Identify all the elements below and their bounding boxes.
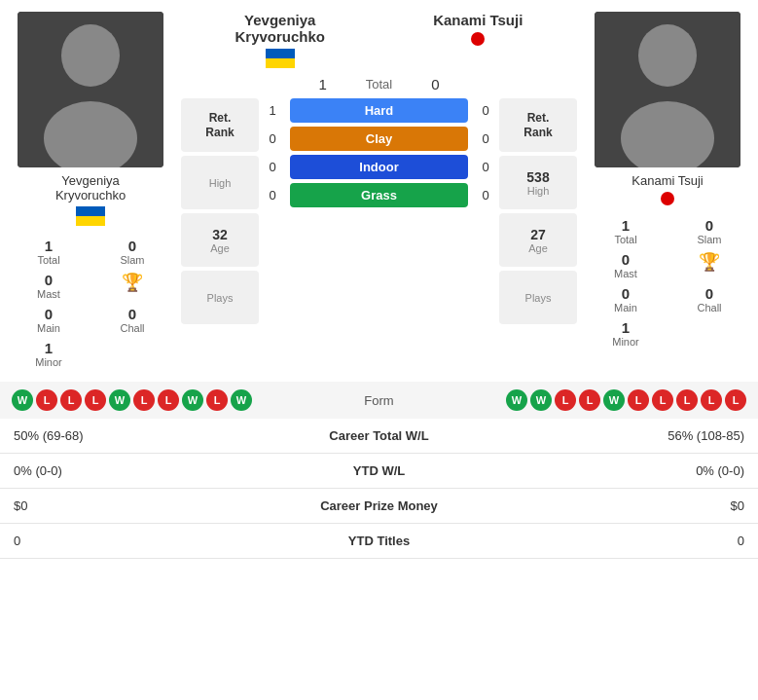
form-badge-l: L bbox=[652, 389, 673, 411]
form-badge-l: L bbox=[60, 389, 82, 411]
prize-label: Career Prize Money bbox=[224, 489, 534, 524]
player2-high-box: 538 High bbox=[499, 156, 577, 209]
player1-header: Yevgeniya Kryvoruchko bbox=[181, 12, 379, 68]
player2-mast: 0 Mast bbox=[585, 249, 667, 281]
total-left: 1 bbox=[318, 76, 326, 92]
player2-rank-box: Ret.Rank bbox=[499, 98, 577, 152]
ytd-titles-row: 0 YTD Titles 0 bbox=[0, 524, 758, 559]
player1-prize: $0 bbox=[0, 489, 224, 524]
player1-total: 1 Total bbox=[8, 236, 90, 268]
surface-row-hard: 1 Hard 0 bbox=[263, 98, 495, 123]
player2-form: WWLLWLLLLL bbox=[432, 389, 747, 411]
form-badge-w: W bbox=[231, 389, 252, 411]
form-badge-l: L bbox=[133, 389, 155, 411]
middle-area: Yevgeniya Kryvoruchko Kanami Tsuji bbox=[181, 12, 577, 370]
form-label: Form bbox=[331, 393, 428, 408]
form-badge-l: L bbox=[628, 389, 649, 411]
form-badge-w: W bbox=[182, 389, 203, 411]
player2-name: Kanami Tsuji bbox=[632, 173, 703, 188]
form-badge-w: W bbox=[603, 389, 625, 411]
svg-point-4 bbox=[638, 24, 697, 87]
ytd-wl-label: YTD W/L bbox=[224, 454, 534, 489]
player2-plays-box: Plays bbox=[499, 271, 577, 324]
stats-table: 50% (69-68) Career Total W/L 56% (108-85… bbox=[0, 419, 758, 559]
player2-header: Kanami Tsuji bbox=[379, 12, 578, 46]
player2-avatar bbox=[595, 12, 740, 167]
player1-flag bbox=[76, 206, 105, 226]
player2-main: 0 Main bbox=[585, 283, 667, 315]
player1-ytd-wl: 0% (0-0) bbox=[0, 454, 224, 489]
player1-plays-box: Plays bbox=[181, 271, 259, 324]
surface-and-panels: Ret.Rank High 32 Age Plays bbox=[181, 98, 577, 324]
surface-clay-btn[interactable]: Clay bbox=[290, 127, 468, 151]
player1-age-box: 32 Age bbox=[181, 213, 259, 267]
player2-total: 1 Total bbox=[585, 215, 667, 247]
form-badge-l: L bbox=[701, 389, 722, 411]
form-badge-l: L bbox=[555, 389, 576, 411]
player1-header-name: Yevgeniya Kryvoruchko bbox=[181, 12, 379, 45]
player2-ytd-titles: 0 bbox=[534, 524, 758, 559]
form-badge-l: L bbox=[158, 389, 179, 411]
surface-col: 1 Hard 0 0 Clay 0 0 Indoor 0 bbox=[263, 98, 495, 324]
prize-row: $0 Career Prize Money $0 bbox=[0, 489, 758, 524]
player1-card: Yevgeniya Kryvoruchko 1 Total 0 Slam bbox=[8, 12, 173, 370]
player1-stats: 1 Total 0 Slam 0 Mast 🏆 0 Main bbox=[8, 236, 173, 370]
player1-rank-box: Ret.Rank bbox=[181, 98, 259, 152]
total-right: 0 bbox=[431, 76, 439, 92]
player2-card: Kanami Tsuji 1 Total 0 Slam 0 Mast 🏆 bbox=[585, 12, 750, 370]
svg-point-1 bbox=[61, 24, 120, 87]
player2-ytd-wl: 0% (0-0) bbox=[534, 454, 758, 489]
top-section: Yevgeniya Kryvoruchko 1 Total 0 Slam bbox=[0, 0, 758, 382]
player1-name: Yevgeniya Kryvoruchko bbox=[55, 173, 126, 203]
form-badge-l: L bbox=[85, 389, 106, 411]
form-badge-l: L bbox=[206, 389, 228, 411]
player-names-row: Yevgeniya Kryvoruchko Kanami Tsuji bbox=[181, 12, 577, 68]
form-badge-l: L bbox=[676, 389, 698, 411]
form-badge-l: L bbox=[725, 389, 746, 411]
player2-age-box: 27 Age bbox=[499, 213, 577, 267]
player1-flag-center bbox=[266, 49, 295, 68]
player1-career-wl: 50% (69-68) bbox=[0, 419, 224, 454]
ytd-wl-row: 0% (0-0) YTD W/L 0% (0-0) bbox=[0, 454, 758, 489]
surface-hard-btn[interactable]: Hard bbox=[290, 98, 468, 123]
ytd-titles-label: YTD Titles bbox=[224, 524, 534, 559]
player2-minor: 1 Minor bbox=[585, 317, 667, 350]
player1-mast: 0 Mast bbox=[8, 270, 90, 302]
player1-form: WLLLWLLWLW bbox=[12, 389, 327, 411]
form-badge-l: L bbox=[579, 389, 600, 411]
form-badge-w: W bbox=[530, 389, 552, 411]
surface-grass-btn[interactable]: Grass bbox=[290, 183, 468, 207]
form-badge-l: L bbox=[36, 389, 57, 411]
player2-header-name: Kanami Tsuji bbox=[379, 12, 578, 28]
total-row: 1 Total 0 bbox=[181, 76, 577, 92]
player1-slam: 0 Slam bbox=[91, 236, 173, 268]
player1-trophy: 🏆 bbox=[91, 270, 173, 302]
player2-trophy: 🏆 bbox=[668, 249, 750, 281]
player1-info-panel: Ret.Rank High 32 Age Plays bbox=[181, 98, 259, 324]
player1-main: 0 Main bbox=[8, 304, 90, 336]
form-badge-w: W bbox=[109, 389, 130, 411]
player2-career-wl: 56% (108-85) bbox=[534, 419, 758, 454]
player1-minor: 1 Minor bbox=[8, 338, 90, 370]
form-section: WLLLWLLWLW Form WWLLWLLLLL bbox=[0, 382, 758, 419]
player2-stats: 1 Total 0 Slam 0 Mast 🏆 0 Main bbox=[585, 215, 750, 350]
total-label: Total bbox=[366, 77, 392, 92]
player2-flag-card bbox=[661, 192, 674, 205]
player2-chall: 0 Chall bbox=[668, 283, 750, 315]
player2-prize: $0 bbox=[534, 489, 758, 524]
main-layout: Yevgeniya Kryvoruchko 1 Total 0 Slam bbox=[0, 0, 758, 559]
form-badge-w: W bbox=[506, 389, 527, 411]
trophy-icon-2: 🏆 bbox=[699, 251, 720, 273]
trophy-icon: 🏆 bbox=[122, 272, 143, 293]
player2-flag-jp bbox=[471, 32, 485, 46]
form-badge-w: W bbox=[12, 389, 33, 411]
career-wl-row: 50% (69-68) Career Total W/L 56% (108-85… bbox=[0, 419, 758, 454]
player2-slam: 0 Slam bbox=[668, 215, 750, 247]
career-wl-label: Career Total W/L bbox=[224, 419, 534, 454]
player1-chall: 0 Chall bbox=[91, 304, 173, 336]
surface-row-indoor: 0 Indoor 0 bbox=[263, 155, 495, 179]
player1-avatar bbox=[18, 12, 163, 167]
surface-row-grass: 0 Grass 0 bbox=[263, 183, 495, 207]
surface-indoor-btn[interactable]: Indoor bbox=[290, 155, 468, 179]
surface-row-clay: 0 Clay 0 bbox=[263, 127, 495, 151]
